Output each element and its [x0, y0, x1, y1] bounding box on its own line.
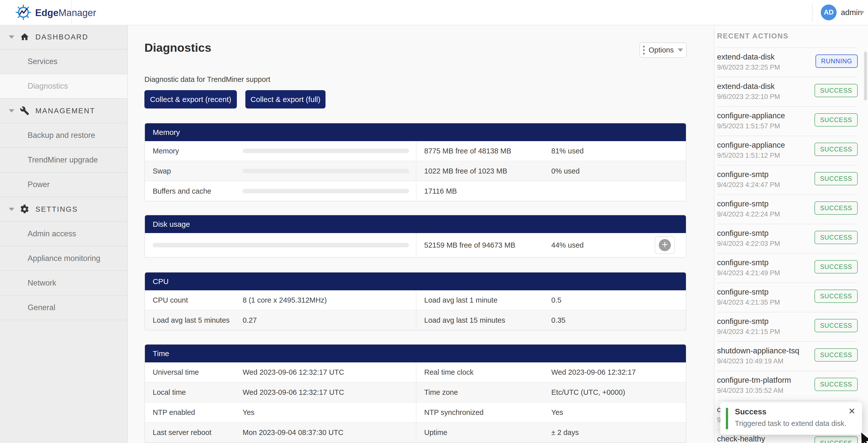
status-badge-running: RUNNING — [815, 55, 858, 68]
recent-action-item: extend-data-disk 9/6/2023 2:32:25 PM RUN… — [717, 48, 858, 77]
row-value: Yes — [551, 403, 563, 422]
status-badge-success: SUCCESS — [814, 172, 858, 185]
table-row: CPU count 8 (1 core x 2495.312MHz) Load … — [145, 290, 686, 310]
disk-used-value: 44% used — [551, 233, 584, 257]
action-name: shutdown-appliance-tsq — [717, 346, 799, 355]
action-name: configure-tm-platform — [717, 376, 791, 385]
status-badge-success: SUCCESS — [814, 231, 858, 244]
chevron-down-icon — [9, 109, 14, 113]
table-row: Swap 1022 MB free of 1023 MB 0% used — [145, 161, 686, 181]
topbar-divider — [812, 3, 812, 22]
sidebar-item-trendminer-upgrade[interactable]: TrendMiner upgrade — [0, 148, 127, 172]
action-timestamp: 9/4/2023 4:22:24 PM — [717, 211, 780, 218]
page-title: Diagnostics — [145, 41, 211, 55]
status-badge-success: SUCCESS — [814, 290, 858, 303]
recent-actions-title: RECENT ACTIONS — [717, 32, 788, 40]
scrollbar-thumb[interactable] — [864, 52, 867, 100]
collect-export-recent-button[interactable]: Collect & export (recent) — [145, 90, 237, 108]
sidebar-item-power[interactable]: Power — [0, 172, 127, 197]
time-card-header: Time — [145, 345, 686, 362]
sidebar: DASHBOARD Services Diagnostics MANAGEMEN… — [0, 25, 128, 443]
recent-action-item: configure-smtp 9/4/2023 4:24:47 PM SUCCE… — [717, 165, 858, 194]
edgemanager-logo-icon — [15, 4, 32, 22]
row-label: NTP enabled — [153, 403, 195, 422]
table-row: Universal time Wed 2023-09-06 12:32:17 U… — [145, 362, 686, 382]
row-label: Time zone — [424, 382, 458, 402]
action-name: configure-smtp — [717, 317, 769, 326]
recent-action-item: configure-smtp 9/4/2023 4:21:35 PM SUCCE… — [717, 283, 858, 312]
status-badge-success: SUCCESS — [814, 201, 858, 215]
sidebar-section-management[interactable]: MANAGEMENT — [0, 99, 127, 123]
memory-free-value: 8775 MB free of 48138 MB — [424, 141, 512, 161]
action-name: extend-data-disk — [717, 53, 775, 62]
recent-action-item: configure-appliance 9/5/2023 1:51:57 PM … — [717, 106, 858, 136]
row-value: Wed 2023-09-06 12:32:17 — [551, 362, 636, 382]
action-timestamp: 9/4/2023 4:21:15 PM — [717, 328, 780, 336]
action-timestamp: 9/6/2023 2:32:25 PM — [717, 64, 780, 71]
row-label: Last server reboot — [153, 423, 212, 442]
row-label: Load avg last 5 minutes — [153, 310, 229, 330]
sidebar-section-settings[interactable]: SETTINGS — [0, 197, 127, 222]
action-timestamp: 9/4/2023 4:22:03 PM — [717, 240, 780, 248]
user-avatar[interactable]: AD — [821, 4, 837, 20]
close-icon[interactable]: ✕ — [848, 407, 856, 415]
options-button[interactable]: Options — [640, 42, 687, 58]
action-name: configure-smtp — [717, 258, 769, 267]
cpu-card-header: CPU — [145, 273, 686, 290]
table-row: 52159 MB free of 94673 MB 44% used + — [145, 233, 686, 257]
row-label: Universal time — [153, 362, 199, 382]
recent-action-item: configure-smtp 9/4/2023 4:21:15 PM SUCCE… — [717, 312, 858, 341]
action-name: check-healthy — [717, 435, 765, 443]
action-name: configure-smtp — [717, 288, 769, 296]
sidebar-section-label: MANAGEMENT — [35, 107, 95, 115]
row-label: Uptime — [424, 423, 447, 442]
table-row: Memory 8775 MB free of 48138 MB 81% used — [145, 141, 686, 161]
home-icon — [20, 32, 29, 42]
memory-card-header: Memory — [145, 123, 686, 141]
row-value: Wed 2023-09-06 12:32:17 UTC — [243, 382, 344, 402]
row-label: CPU count — [153, 290, 188, 310]
swap-free-value: 1022 MB free of 1023 MB — [424, 161, 507, 181]
table-row: Buffers and cache 17116 MB — [145, 181, 686, 201]
collect-export-full-button[interactable]: Collect & export (full) — [245, 90, 326, 108]
disk-usage-card: Disk usage 52159 MB free of 94673 MB 44%… — [145, 215, 686, 258]
kebab-menu-icon — [643, 46, 645, 55]
action-timestamp: 9/4/2023 4:21:35 PM — [717, 298, 780, 306]
user-menu-caret-icon[interactable] — [859, 11, 865, 14]
table-row: Load avg last 5 minutes 0.27 Load avg la… — [145, 310, 686, 330]
row-value: Yes — [243, 403, 254, 422]
sidebar-section-dashboard[interactable]: DASHBOARD — [0, 25, 127, 50]
extend-disk-button[interactable]: + — [655, 236, 675, 254]
action-timestamp: 9/5/2023 1:51:57 PM — [717, 122, 780, 130]
disk-progress-bar — [153, 243, 409, 247]
sidebar-item-network[interactable]: Network — [0, 271, 127, 295]
row-label: Load avg last 15 minutes — [424, 310, 505, 330]
mouse-cursor — [860, 432, 868, 443]
row-value: Wed 2023-09-06 12:32:17 UTC — [243, 362, 344, 382]
toast-title: Success — [735, 407, 767, 416]
status-badge-success: SUCCESS — [814, 113, 858, 127]
status-badge-success: SUCCESS — [814, 143, 858, 156]
chevron-down-icon — [9, 35, 14, 39]
sidebar-item-diagnostics[interactable]: Diagnostics — [0, 74, 127, 99]
brand-name: EdgeManager — [35, 7, 96, 18]
action-name: configure-smtp — [717, 199, 769, 209]
row-value: 8 (1 core x 2495.312MHz) — [243, 290, 327, 310]
sidebar-item-backup-and-restore[interactable]: Backup and restore — [0, 123, 127, 148]
sidebar-item-appliance-monitoring[interactable]: Appliance monitoring — [0, 246, 127, 271]
recent-action-item: shutdown-appliance-tsq 9/4/2023 10:49:19… — [717, 341, 858, 371]
sidebar-item-services[interactable]: Services — [0, 50, 127, 74]
table-row: Last server reboot Mon 2023-09-04 08:37:… — [145, 422, 686, 442]
disk-free-value: 52159 MB free of 94673 MB — [424, 233, 516, 257]
sidebar-item-general[interactable]: General — [0, 295, 127, 320]
recent-actions-panel: RECENT ACTIONS extend-data-disk 9/6/2023… — [714, 25, 868, 443]
row-value: 0.27 — [243, 310, 257, 330]
toast-accent-bar — [726, 408, 728, 429]
row-value: 0.35 — [551, 310, 565, 330]
disk-card-header: Disk usage — [145, 215, 686, 233]
action-timestamp: 9/4/2023 10:35:52 AM — [717, 387, 783, 394]
recent-action-item: configure-smtp 9/4/2023 4:21:49 PM SUCCE… — [717, 253, 858, 283]
sidebar-section-label: SETTINGS — [35, 205, 78, 214]
chevron-down-icon — [9, 208, 14, 211]
sidebar-item-admin-access[interactable]: Admin access — [0, 222, 127, 246]
